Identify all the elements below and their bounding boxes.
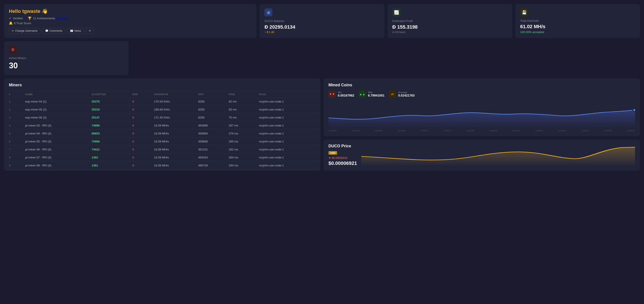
col-ping: PING: [226, 91, 257, 98]
table-row: 6 pi-miner-05 - RPi (4) 70968 0 10.09 MH…: [4, 138, 320, 146]
row-name: pi-miner-05 - RPi (4): [23, 138, 89, 146]
row-hashrate: 10.08 MH/s: [152, 146, 196, 153]
miners-icon-box: ⚙: [9, 46, 17, 54]
comments-button[interactable]: 💬 Comments: [42, 28, 65, 34]
chart-stats: ▼▼ Min 0.00167962 ▲▲ Max 6.79941001 ⇄: [328, 91, 635, 98]
max-stat: ▲▲ Max 6.79941001: [359, 91, 384, 98]
mined-coins-title: Mined Coins: [328, 83, 635, 87]
row-pool: mcjohn-use-node-1: [257, 153, 320, 161]
row-num: 4: [4, 122, 23, 130]
row-pool: mcjohn-use-node-1: [257, 98, 320, 106]
sun-icon: ☀: [89, 29, 91, 32]
row-hashrate: 10.09 MH/s: [152, 122, 196, 130]
profit-value: Ð 155.3198: [392, 24, 507, 30]
hashrate-accepted: 100.00% accepted: [520, 30, 635, 34]
row-diff: 480728: [196, 161, 227, 169]
hashrate-icon-box: 💾: [520, 8, 528, 16]
table-row: 8 pi-miner-07 - RPi (4) 1362 0 10.09 MH/…: [4, 153, 320, 161]
x-label: 14:04:05: [398, 130, 405, 132]
x-label: 14:06:45: [627, 130, 635, 132]
price-value: $0.00006921: [328, 160, 357, 166]
comment-icon: 💬: [45, 29, 48, 32]
row-err: 0: [130, 138, 152, 146]
row-err: 0: [130, 130, 152, 138]
row-err: 0: [130, 153, 152, 161]
row-name: pi-miner-08 - RPi (4): [23, 161, 89, 169]
theme-button[interactable]: ☀: [86, 28, 94, 34]
row-accepted: 25319: [89, 106, 130, 114]
row-hashrate: 171.45 KH/s: [152, 114, 196, 122]
row-pool: mcjohn-use-node-1: [257, 130, 320, 138]
max-icon: ▲▲: [359, 91, 366, 98]
row-err: 0: [130, 161, 152, 169]
row-err: 0: [130, 114, 152, 122]
row-accepted: 74886: [89, 122, 130, 130]
chip-icon: 💾: [522, 10, 527, 15]
trophy-icon: 🏆: [28, 16, 32, 20]
table-row: 9 pi-miner-08 - RPi (4) 1361 0 10.08 MH/…: [4, 161, 320, 169]
col-diff: DIFF: [196, 91, 227, 98]
see-here-link[interactable]: See here: [56, 17, 68, 20]
row-num: 8: [4, 153, 23, 161]
x-label: 14:06:03: [558, 130, 566, 132]
x-label: 14:06:35: [604, 130, 612, 132]
x-label: 14:04:47: [444, 130, 451, 132]
hello-card: Hello tgwaste 👋 ✔ Verified 🏆 11 Achievem…: [4, 4, 256, 38]
row-diff: 483434: [196, 153, 227, 161]
row-ping: 284 ms: [226, 153, 257, 161]
row-diff: 459686: [196, 138, 227, 146]
miners-table: # NAME ACCEPTED ERR HASHRATE DIFF PING P…: [4, 91, 320, 169]
trust-icon: 🔔: [9, 21, 13, 25]
row-err: 0: [130, 98, 152, 106]
min-stat: ▼▼ Min 0.00167962: [328, 91, 354, 98]
avg-stat: ⇄ Average 0.02421763: [389, 91, 415, 98]
row-num: 1: [4, 98, 23, 106]
table-row: 3 esp-miner-06 (2) 25147 0 171.45 KH/s 8…: [4, 114, 320, 122]
mined-coins-chart: [328, 101, 635, 128]
col-hashrate: HASHRATE: [152, 91, 196, 98]
row-name: pi-miner-04 - RPi (4): [23, 130, 89, 138]
balance-label: DUCO Balance: [264, 19, 379, 23]
chart-icon: 📈: [394, 10, 399, 15]
x-label: 14:06:24: [581, 130, 589, 132]
row-diff: 483086: [196, 122, 227, 130]
row-name: pi-miner-07 - RPi (4): [23, 153, 89, 161]
row-num: 6: [4, 138, 23, 146]
table-row: 2 esp-miner-05 (2) 25319 0 169.69 KH/s 8…: [4, 106, 320, 114]
usd-badge: USD: [328, 151, 337, 155]
row-ping: 82 ms: [226, 98, 257, 106]
price-change: ▼ $0.00000016: [328, 156, 357, 159]
row-name: esp-miner-06 (2): [23, 114, 89, 122]
table-row: 1 esp-miner-04 (2) 25375 0 170.54 KH/s 8…: [4, 98, 320, 106]
row-pool: mcjohn-use-node-1: [257, 146, 320, 153]
row-hashrate: 170.54 KH/s: [152, 98, 196, 106]
price-title: DUCO Price: [328, 144, 357, 149]
row-num: 5: [4, 130, 23, 138]
col-pool: POOL: [257, 91, 320, 98]
row-hashrate: 10.09 MH/s: [152, 130, 196, 138]
miners-label: Active Miners: [9, 56, 124, 60]
achievements-badge: 🏆 11 Achievements See here: [28, 16, 68, 20]
news-button[interactable]: 📰 News: [67, 28, 84, 34]
x-axis-labels: 14:03:2314:03:4414:03:5514:04:0514:04:16…: [328, 130, 635, 132]
duco-balance-card: ▣ DUCO Balance Ð 20295.0134 ~ $ 1.40: [260, 4, 384, 38]
active-miners-card: ⚙ Active Miners 30: [4, 41, 129, 75]
wallet-icon: ▣: [267, 10, 270, 15]
row-ping: 83 ms: [226, 106, 257, 114]
x-label: 14:04:58: [466, 130, 474, 132]
col-num: #: [4, 91, 23, 98]
row-diff: 8200: [196, 98, 227, 106]
row-diff: 8200: [196, 106, 227, 114]
row-accepted: 74412: [89, 146, 130, 153]
pencil-icon: ✏: [12, 29, 14, 32]
row-ping: 294 ms: [226, 161, 257, 169]
profit-icon-box: 📈: [392, 8, 400, 16]
row-num: 9: [4, 161, 23, 169]
row-hashrate: 10.09 MH/s: [152, 138, 196, 146]
col-err: ERR: [130, 91, 152, 98]
x-label: 14:03:44: [352, 130, 360, 132]
verified-icon: ✔: [9, 16, 12, 20]
hello-title: Hello tgwaste 👋: [9, 8, 252, 14]
miners-value: 30: [9, 61, 124, 70]
change-username-button[interactable]: ✏ Change Username: [9, 28, 40, 34]
